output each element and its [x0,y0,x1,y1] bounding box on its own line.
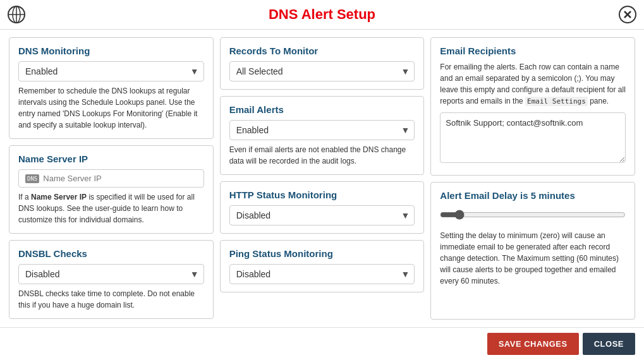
dns-monitoring-select-wrapper: Enabled Disabled ▼ [18,61,204,81]
name-server-ip-title: Name Server IP [18,153,204,164]
email-alerts-panel: Email Alerts Enabled Disabled ▼ Even if … [220,96,425,175]
close-button[interactable]: CLOSE [583,333,635,355]
http-status-monitoring-panel: HTTP Status Monitoring Disabled Enabled … [220,181,425,234]
close-icon[interactable] [619,6,636,23]
name-server-input-container: DNS [18,169,204,188]
email-recipients-textarea[interactable]: Softnik Support; contact@softnik.com [440,112,626,163]
dnsbl-checks-select[interactable]: Disabled Enabled [18,264,204,284]
ping-status-monitoring-select[interactable]: Disabled Enabled [229,264,415,284]
email-alerts-desc: Even if email alerts are not enabled the… [229,144,415,167]
http-status-monitoring-select[interactable]: Disabled Enabled [229,205,415,225]
records-to-monitor-title: Records To Monitor [229,45,415,56]
email-recipients-desc: For emailing the alerts. Each row can co… [440,61,626,107]
dnsbl-checks-panel: DNSBL Checks Disabled Enabled ▼ DNSBL ch… [9,240,214,319]
page-title: DNS Alert Setup [269,6,375,22]
modal-header: DNS Alert Setup [0,0,644,30]
dns-alert-setup-modal: DNS Alert Setup DNS Monitoring Enabled D… [0,0,644,360]
dns-monitoring-select[interactable]: Enabled Disabled [18,61,204,81]
dnsbl-checks-desc: DNSBL checks take time to complete. Do n… [18,288,204,311]
email-recipients-title: Email Recipients [440,45,626,56]
email-alerts-select-wrapper: Enabled Disabled ▼ [229,120,415,140]
http-status-monitoring-select-wrapper: Disabled Enabled ▼ [229,205,415,225]
name-server-ip-bold: Name Server IP [31,193,87,201]
name-server-ip-desc: If a Name Server IP is specified it will… [18,191,204,225]
alert-email-delay-desc: Setting the delay to minimum (zero) will… [440,230,626,287]
globe-icon[interactable] [8,6,25,23]
records-to-monitor-select[interactable]: All Selected Custom [229,61,415,81]
left-column: DNS Monitoring Enabled Disabled ▼ Rememb… [9,37,214,320]
dnsbl-checks-title: DNSBL Checks [18,248,204,259]
email-settings-code: Email Settings [525,97,588,106]
ping-status-monitoring-title: Ping Status Monitoring [229,248,415,259]
save-changes-button[interactable]: SAVE CHANGES [487,333,579,355]
dns-monitoring-panel: DNS Monitoring Enabled Disabled ▼ Rememb… [9,37,214,139]
http-status-monitoring-title: HTTP Status Monitoring [229,189,415,200]
dns-icon: DNS [25,174,39,183]
modal-footer: SAVE CHANGES CLOSE [0,327,644,360]
name-server-input[interactable] [43,174,197,183]
modal-body: DNS Monitoring Enabled Disabled ▼ Rememb… [0,30,644,327]
right-column: Email Recipients For emailing the alerts… [430,37,635,320]
alert-email-delay-title: Alert Email Delay is 5 minutes [440,190,626,201]
alert-email-delay-slider[interactable] [440,210,626,220]
email-recipients-panel: Email Recipients For emailing the alerts… [430,37,635,176]
email-alerts-select[interactable]: Enabled Disabled [229,120,415,140]
ping-status-monitoring-select-wrapper: Disabled Enabled ▼ [229,264,415,284]
middle-column: Records To Monitor All Selected Custom ▼… [220,37,425,320]
dnsbl-checks-select-wrapper: Disabled Enabled ▼ [18,264,204,284]
ping-status-monitoring-panel: Ping Status Monitoring Disabled Enabled … [220,240,425,292]
dns-monitoring-desc: Remember to schedule the DNS lookups at … [18,85,204,131]
email-alerts-title: Email Alerts [229,104,415,115]
alert-email-delay-panel: Alert Email Delay is 5 minutes Setting t… [430,182,635,320]
name-server-ip-panel: Name Server IP DNS If a Name Server IP i… [9,145,214,234]
records-to-monitor-panel: Records To Monitor All Selected Custom ▼ [220,37,425,90]
records-to-monitor-select-wrapper: All Selected Custom ▼ [229,61,415,81]
dns-monitoring-title: DNS Monitoring [18,45,204,56]
